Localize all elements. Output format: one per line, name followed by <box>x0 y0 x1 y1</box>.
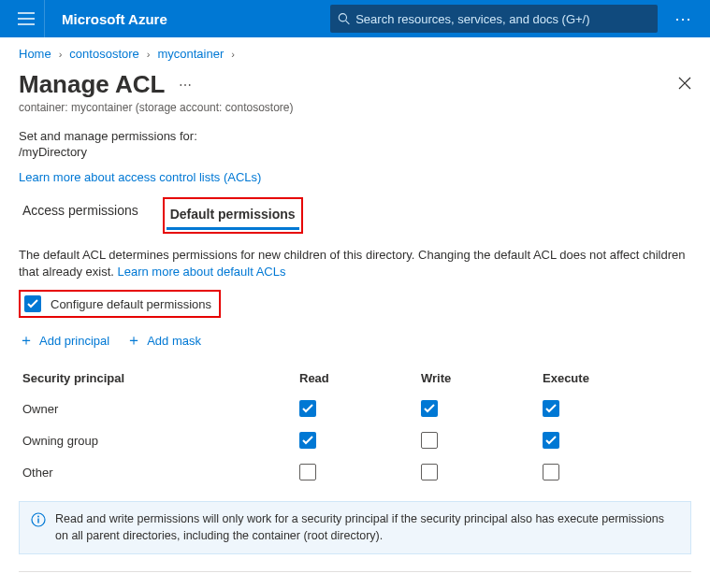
breadcrumb-home[interactable]: Home <box>19 47 51 61</box>
breadcrumb-container[interactable]: mycontainer <box>157 47 224 61</box>
add-row: ＋ Add principal ＋ Add mask <box>19 331 691 351</box>
principal-name: Owning group <box>19 434 299 448</box>
directory-path: /myDirectory <box>19 145 691 159</box>
plus-icon: ＋ <box>19 331 34 351</box>
plus-icon: ＋ <box>126 331 141 351</box>
info-text: Read and write permissions will only wor… <box>55 511 679 544</box>
title-row: Manage ACL ⋯ <box>0 66 710 101</box>
col-header-execute: Execute <box>543 371 664 385</box>
page-title: Manage ACL <box>19 70 166 99</box>
execute-checkbox[interactable] <box>543 464 559 480</box>
principal-name: Other <box>19 466 299 480</box>
table-row: Owning group <box>19 424 691 456</box>
tabs: Access permissions Default permissions <box>19 197 691 234</box>
learn-default-acl-link[interactable]: Learn more about default ACLs <box>118 265 286 279</box>
page-subtitle: container: mycontainer (storage account:… <box>0 101 710 129</box>
separator <box>19 571 691 572</box>
default-description: The default ACL determines permissions f… <box>19 247 691 280</box>
write-checkbox[interactable] <box>421 400 438 417</box>
chevron-right-icon: › <box>147 49 151 60</box>
tab-default-permissions[interactable]: Default permissions <box>167 201 299 230</box>
info-icon <box>31 512 46 527</box>
chevron-right-icon: › <box>231 49 235 60</box>
svg-rect-9 <box>37 519 38 523</box>
col-header-read: Read <box>299 371 421 385</box>
configure-default-checkbox[interactable] <box>24 295 41 312</box>
table-header: Security principal Read Write Execute <box>19 364 691 393</box>
chevron-right-icon: › <box>59 49 63 60</box>
read-checkbox[interactable] <box>299 464 316 480</box>
write-checkbox[interactable] <box>421 464 438 480</box>
close-button[interactable] <box>678 77 691 93</box>
search-input[interactable] <box>355 12 650 26</box>
brand-label: Microsoft Azure <box>62 11 167 27</box>
svg-point-3 <box>339 14 346 22</box>
info-box: Read and write permissions will only wor… <box>19 501 691 554</box>
configure-default-label: Configure default permissions <box>51 297 211 311</box>
title-more-button[interactable]: ⋯ <box>179 78 194 93</box>
read-checkbox[interactable] <box>299 432 316 449</box>
add-principal-button[interactable]: ＋ Add principal <box>19 331 109 351</box>
table-row: Owner <box>19 393 691 424</box>
col-header-write: Write <box>421 371 543 385</box>
add-mask-button[interactable]: ＋ Add mask <box>126 331 201 351</box>
learn-acl-link[interactable]: Learn more about access control lists (A… <box>19 170 261 184</box>
table-row: Other <box>19 456 691 488</box>
svg-point-8 <box>37 516 39 518</box>
breadcrumb: Home › contosostore › mycontainer › <box>0 37 710 66</box>
principal-name: Owner <box>19 402 299 416</box>
header-more-button[interactable]: ⋯ <box>665 0 703 37</box>
hamburger-menu[interactable] <box>7 0 45 37</box>
tab-access-permissions[interactable]: Access permissions <box>19 197 142 234</box>
search-box[interactable] <box>330 5 658 33</box>
breadcrumb-storage[interactable]: contosostore <box>69 47 138 61</box>
execute-checkbox[interactable] <box>543 400 559 417</box>
search-icon <box>338 12 350 25</box>
permissions-table: Security principal Read Write Execute Ow… <box>19 364 691 488</box>
write-checkbox[interactable] <box>421 432 438 449</box>
execute-checkbox[interactable] <box>543 432 559 449</box>
svg-line-4 <box>346 21 350 24</box>
top-header: Microsoft Azure ⋯ <box>0 0 710 37</box>
intro-text: Set and manage permissions for: <box>19 129 691 143</box>
configure-default-row: Configure default permissions <box>19 290 221 318</box>
col-header-principal: Security principal <box>19 371 299 385</box>
highlight-box-tab: Default permissions <box>163 197 303 234</box>
read-checkbox[interactable] <box>299 400 316 417</box>
